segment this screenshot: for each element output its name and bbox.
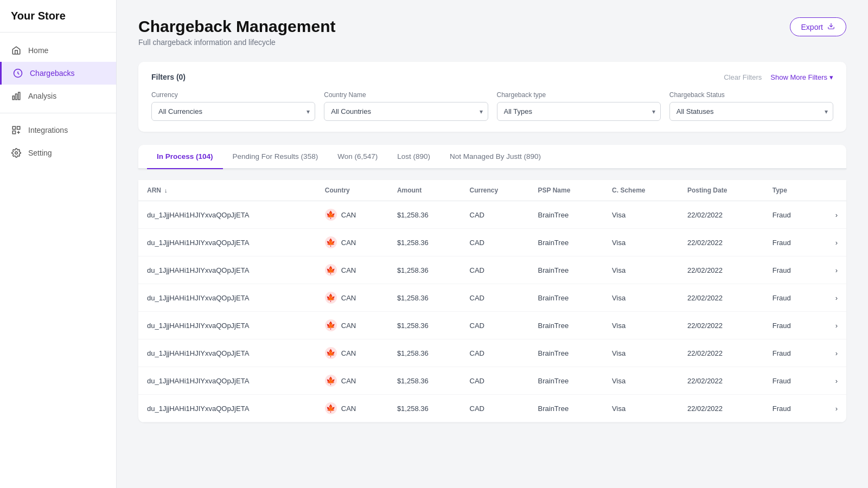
chargeback-status-select[interactable]: All Statuses In Process Pending Won Lost — [669, 102, 833, 121]
country-code: CAN — [341, 266, 356, 274]
cell-amount: $1,258.36 — [388, 256, 461, 284]
svg-rect-2 — [16, 94, 17, 100]
row-expand-button[interactable]: › — [817, 367, 846, 395]
home-icon — [11, 45, 22, 56]
export-button[interactable]: Export — [790, 17, 846, 36]
filters-title: Filters (0) — [151, 73, 186, 81]
sidebar-item-home-label: Home — [28, 46, 48, 55]
table-row[interactable]: du_1JjjHAHi1HJIYxvaQOpJjETA 🍁 CAN $1,258… — [138, 312, 846, 339]
cell-date: 22/02/2022 — [679, 395, 764, 422]
tab-in-process[interactable]: In Process (104) — [147, 145, 223, 169]
row-expand-button[interactable]: › — [817, 312, 846, 339]
tab-pending[interactable]: Pending For Results (358) — [223, 145, 328, 169]
country-select-wrapper: All Countries Canada United States Unite… — [324, 102, 488, 121]
cell-scheme: Visa — [603, 339, 679, 367]
chargeback-type-filter-group: Chargeback type All Types Fraud Not Rece… — [497, 91, 661, 121]
tab-lost[interactable]: Lost (890) — [387, 145, 440, 169]
filters-card: Filters (0) Clear Filters Show More Filt… — [138, 62, 846, 132]
cell-arn: du_1JjjHAHi1HJIYxvaQOpJjETA — [138, 367, 316, 395]
show-more-filters-button[interactable]: Show More Filters ▾ — [770, 73, 833, 81]
row-expand-button[interactable]: › — [817, 201, 846, 229]
main-content: Chargeback Management Full chargeback in… — [117, 0, 868, 488]
table-row[interactable]: du_1JjjHAHi1HJIYxvaQOpJjETA 🍁 CAN $1,258… — [138, 395, 846, 422]
country-code: CAN — [341, 377, 356, 385]
sidebar-item-analysis[interactable]: Analysis — [0, 85, 116, 107]
clear-filters-button[interactable]: Clear Filters — [724, 73, 762, 81]
cell-scheme: Visa — [603, 284, 679, 312]
chargebacks-icon — [12, 68, 23, 79]
row-expand-button[interactable]: › — [817, 256, 846, 284]
cell-psp: BrainTree — [529, 229, 604, 256]
cell-date: 22/02/2022 — [679, 312, 764, 339]
flag-icon: 🍁 — [325, 402, 337, 414]
row-expand-button[interactable]: › — [817, 284, 846, 312]
col-country: Country — [316, 180, 388, 201]
cell-country: 🍁 CAN — [316, 229, 388, 256]
country-code: CAN — [341, 294, 356, 302]
cell-psp: BrainTree — [529, 395, 604, 422]
chargebacks-table: ARN ↓ Country Amount Currency PSP Name C… — [138, 180, 846, 422]
table-row[interactable]: du_1JjjHAHi1HJIYxvaQOpJjETA 🍁 CAN $1,258… — [138, 339, 846, 367]
tab-not-managed[interactable]: Not Managed By Justt (890) — [440, 145, 551, 169]
sidebar-item-chargebacks[interactable]: Chargebacks — [0, 62, 116, 85]
table-body: du_1JjjHAHi1HJIYxvaQOpJjETA 🍁 CAN $1,258… — [138, 201, 846, 422]
cell-psp: BrainTree — [529, 339, 604, 367]
tabs-row: In Process (104) Pending For Results (35… — [138, 145, 846, 169]
cell-currency: CAD — [461, 395, 529, 422]
cell-amount: $1,258.36 — [388, 201, 461, 229]
country-code: CAN — [341, 239, 356, 247]
tabs-table-section: In Process (104) Pending For Results (35… — [138, 145, 846, 422]
table-row[interactable]: du_1JjjHAHi1HJIYxvaQOpJjETA 🍁 CAN $1,258… — [138, 201, 846, 229]
row-expand-button[interactable]: › — [817, 339, 846, 367]
cell-country: 🍁 CAN — [316, 256, 388, 284]
cell-arn: du_1JjjHAHi1HJIYxvaQOpJjETA — [138, 201, 316, 229]
row-expand-button[interactable]: › — [817, 229, 846, 256]
country-filter-group: Country Name All Countries Canada United… — [324, 91, 488, 121]
filters-row: Currency All Currencies USD CAD EUR GBP … — [151, 91, 833, 121]
sort-icon: ↓ — [164, 187, 168, 194]
filters-actions: Clear Filters Show More Filters ▾ — [724, 73, 833, 81]
col-scheme: C. Scheme — [603, 180, 679, 201]
cell-type: Fraud — [764, 367, 817, 395]
col-arn[interactable]: ARN ↓ — [138, 180, 316, 201]
cell-date: 22/02/2022 — [679, 367, 764, 395]
currency-label: Currency — [151, 91, 315, 99]
table-row[interactable]: du_1JjjHAHi1HJIYxvaQOpJjETA 🍁 CAN $1,258… — [138, 284, 846, 312]
flag-icon: 🍁 — [325, 347, 337, 359]
cell-country: 🍁 CAN — [316, 339, 388, 367]
page-title-wrap: Chargeback Management Full chargeback in… — [138, 17, 335, 47]
cell-arn: du_1JjjHAHi1HJIYxvaQOpJjETA — [138, 284, 316, 312]
country-label: Country Name — [324, 91, 488, 99]
export-label: Export — [801, 23, 823, 31]
chargeback-type-select[interactable]: All Types Fraud Not Received General — [497, 102, 661, 121]
currency-select[interactable]: All Currencies USD CAD EUR GBP — [151, 102, 315, 121]
sidebar-item-home[interactable]: Home — [0, 39, 116, 62]
cell-scheme: Visa — [603, 312, 679, 339]
cell-date: 22/02/2022 — [679, 229, 764, 256]
table-row[interactable]: du_1JjjHAHi1HJIYxvaQOpJjETA 🍁 CAN $1,258… — [138, 367, 846, 395]
country-select[interactable]: All Countries Canada United States Unite… — [324, 102, 488, 121]
cell-currency: CAD — [461, 284, 529, 312]
cell-amount: $1,258.36 — [388, 339, 461, 367]
table-row[interactable]: du_1JjjHAHi1HJIYxvaQOpJjETA 🍁 CAN $1,258… — [138, 229, 846, 256]
table-row[interactable]: du_1JjjHAHi1HJIYxvaQOpJjETA 🍁 CAN $1,258… — [138, 256, 846, 284]
chargeback-type-label: Chargeback type — [497, 91, 661, 99]
country-code: CAN — [341, 322, 356, 330]
cell-arn: du_1JjjHAHi1HJIYxvaQOpJjETA — [138, 312, 316, 339]
svg-point-7 — [15, 152, 18, 155]
cell-scheme: Visa — [603, 395, 679, 422]
cell-currency: CAD — [461, 256, 529, 284]
flag-icon: 🍁 — [325, 209, 337, 221]
sidebar-item-setting-label: Setting — [28, 149, 52, 157]
country-code: CAN — [341, 349, 356, 357]
setting-icon — [11, 147, 22, 158]
row-expand-button[interactable]: › — [817, 395, 846, 422]
sidebar-item-analysis-label: Analysis — [28, 92, 56, 100]
arn-column-label: ARN — [147, 187, 161, 194]
sidebar-item-integrations[interactable]: Integrations — [0, 119, 116, 142]
tab-won[interactable]: Won (6,547) — [328, 145, 387, 169]
cell-type: Fraud — [764, 229, 817, 256]
sidebar-item-setting[interactable]: Setting — [0, 142, 116, 164]
cell-psp: BrainTree — [529, 284, 604, 312]
cell-type: Fraud — [764, 284, 817, 312]
